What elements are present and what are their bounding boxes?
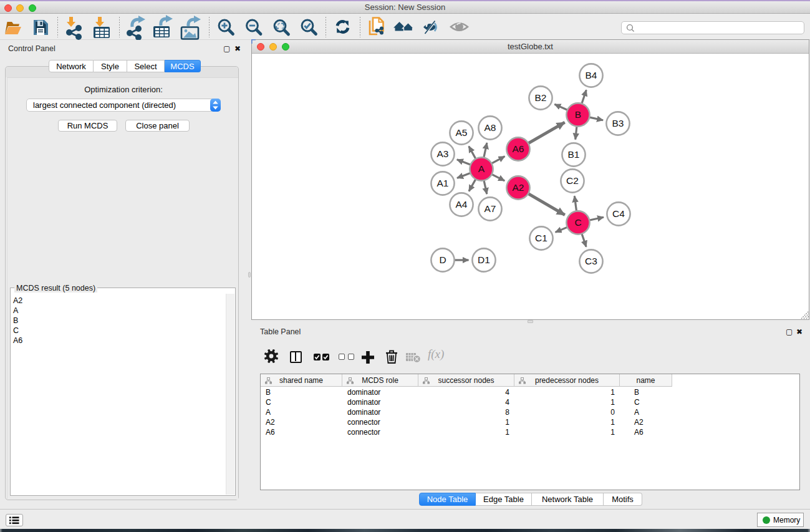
- svg-text:D: D: [439, 254, 446, 265]
- svg-text:A3: A3: [437, 148, 449, 159]
- svg-text:A6: A6: [513, 143, 524, 154]
- svg-text:C: C: [574, 217, 581, 228]
- svg-text:A: A: [478, 163, 485, 174]
- svg-text:D1: D1: [478, 254, 490, 265]
- svg-text:B3: B3: [612, 118, 624, 128]
- svg-text:B2: B2: [535, 92, 547, 103]
- svg-text:A7: A7: [485, 203, 496, 214]
- svg-text:A1: A1: [437, 178, 449, 188]
- svg-text:B1: B1: [568, 149, 580, 160]
- svg-text:C4: C4: [612, 208, 625, 219]
- svg-text:A2: A2: [513, 182, 524, 193]
- svg-text:A5: A5: [456, 127, 468, 138]
- svg-text:C1: C1: [535, 233, 547, 243]
- svg-text:B4: B4: [586, 70, 597, 80]
- svg-text:C2: C2: [566, 175, 579, 186]
- svg-text:B: B: [575, 109, 581, 120]
- svg-text:A4: A4: [456, 199, 468, 210]
- svg-text:C3: C3: [585, 256, 597, 266]
- svg-text:A8: A8: [485, 122, 496, 133]
